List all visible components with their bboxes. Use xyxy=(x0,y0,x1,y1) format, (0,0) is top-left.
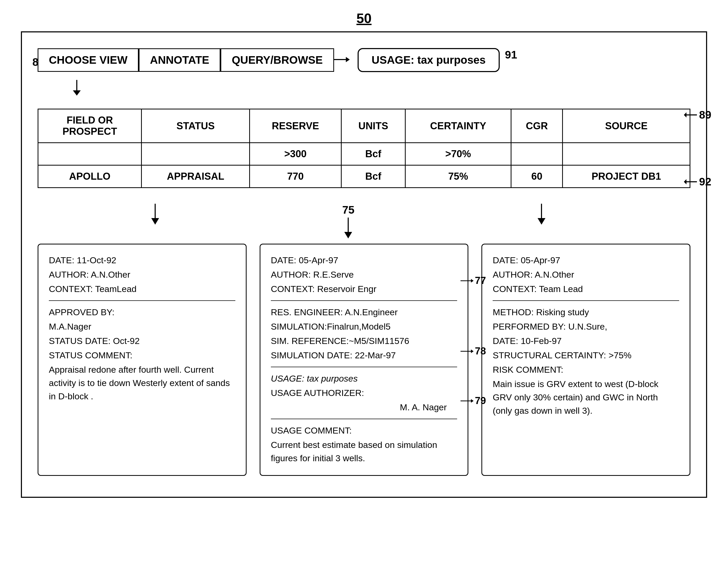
right-performed-by: PERFORMED BY: U.N.Sure, xyxy=(493,320,679,333)
left-date: DATE: 11-Oct-92 xyxy=(49,254,235,267)
svg-marker-13 xyxy=(538,218,545,225)
left-status-date: STATUS DATE: Oct-92 xyxy=(49,334,235,348)
data-table-wrapper: FIELD ORPROSPECT STATUS RESERVE UNITS CE… xyxy=(38,109,690,188)
arrow-down-left xyxy=(149,204,162,225)
data-table: FIELD ORPROSPECT STATUS RESERVE UNITS CE… xyxy=(38,109,690,188)
label-78: 78 xyxy=(475,344,486,359)
label-89: 89 xyxy=(699,109,711,121)
left-status-comment-label: STATUS COMMENT: xyxy=(49,349,235,362)
col-header-status: STATUS xyxy=(142,109,249,143)
label-78-group: 78 xyxy=(461,344,486,359)
row1-units: Bcf xyxy=(341,143,405,165)
col-header-units: UNITS xyxy=(341,109,405,143)
label-77-group: 77 xyxy=(461,273,486,288)
right-author: AUTHOR: A.N.Other xyxy=(493,268,679,281)
row1-field xyxy=(38,143,142,165)
right-date2: DATE: 10-Feb-97 xyxy=(493,334,679,348)
usage-button[interactable]: USAGE: tax purposes xyxy=(358,48,500,72)
arrow-79 xyxy=(461,397,474,405)
col-header-source: SOURCE xyxy=(563,109,690,143)
right-method: METHOD: Risking study xyxy=(493,306,679,319)
mid-usage-comment-label: USAGE COMMENT: xyxy=(271,424,457,437)
arrow-left-89 xyxy=(684,110,697,120)
svg-marker-5 xyxy=(684,112,686,118)
svg-marker-1 xyxy=(346,57,350,62)
row1-certainty: >70% xyxy=(405,143,511,165)
row2-source: PROJECT DB1 xyxy=(563,165,690,188)
right-risk-comment-label: RISK COMMENT: xyxy=(493,363,679,376)
page-number: 50 xyxy=(0,0,728,31)
bottom-section: DATE: 11-Oct-92 AUTHOR: A.N.Other CONTEX… xyxy=(38,244,690,476)
row2-certainty: 75% xyxy=(405,165,511,188)
mid-divider3 xyxy=(271,419,457,419)
col-header-reserve: RESERVE xyxy=(249,109,341,143)
mid-res-engineer: RES. ENGINEER: A.N.Engineer xyxy=(271,306,457,319)
label-77: 77 xyxy=(475,273,486,288)
label-92-group: 92 xyxy=(684,176,711,188)
right-context: CONTEXT: Team Lead xyxy=(493,282,679,296)
annotate-button[interactable]: ANNOTATE xyxy=(139,48,220,72)
svg-marker-19 xyxy=(471,399,474,403)
mid-divider2 xyxy=(271,367,457,367)
row2-status: APPRAISAL xyxy=(142,165,249,188)
mid-date: DATE: 05-Apr-97 xyxy=(271,254,457,267)
left-status-comment: Appraisal redone after fourth well. Curr… xyxy=(49,363,235,403)
mid-usage-authorizer-label: USAGE AUTHORIZER: xyxy=(271,386,457,400)
col-header-cgr: CGR xyxy=(511,109,563,143)
arrow-down-right xyxy=(535,204,548,225)
mid-divider1 xyxy=(271,300,457,301)
arrow-down-middle xyxy=(342,218,355,238)
toolbar-arrow xyxy=(334,56,350,63)
info-box-left: DATE: 11-Oct-92 AUTHOR: A.N.Other CONTEX… xyxy=(38,244,247,476)
arrow-77 xyxy=(461,277,474,285)
mid-usage: USAGE: tax purposes xyxy=(271,372,457,385)
info-box-right: DATE: 05-Apr-97 AUTHOR: A.N.Other CONTEX… xyxy=(481,244,690,476)
toolbar-down-arrow xyxy=(69,80,690,96)
svg-marker-3 xyxy=(73,90,81,96)
row1-cgr xyxy=(511,143,563,165)
label-92: 92 xyxy=(699,176,711,188)
main-container: 88 CHOOSE VIEW ANNOTATE QUERY/BROWSE USA… xyxy=(21,31,707,498)
mid-simulation: SIMULATION:Finalrun,Model5 xyxy=(271,320,457,333)
row2-reserve: 770 xyxy=(249,165,341,188)
label-79: 79 xyxy=(475,393,486,408)
choose-view-button[interactable]: CHOOSE VIEW xyxy=(38,48,139,72)
left-context: CONTEXT: TeamLead xyxy=(49,282,235,296)
info-box-middle: DATE: 05-Apr-97 AUTHOR: R.E.Serve CONTEX… xyxy=(260,244,469,476)
svg-marker-11 xyxy=(344,232,352,238)
mid-context: CONTEXT: Reservoir Engr xyxy=(271,282,457,296)
table-row-2: APOLLO APPRAISAL 770 Bcf 75% 60 PROJECT … xyxy=(38,165,690,188)
mid-sim-reference: SIM. REFERENCE:~M5/SIM11576 xyxy=(271,334,457,348)
label-91: 91 xyxy=(505,49,517,61)
col-header-certainty: CERTAINTY xyxy=(405,109,511,143)
arrow-78 xyxy=(461,347,474,355)
left-approved-by-label: APPROVED BY: xyxy=(49,306,235,319)
label-79-group: 79 xyxy=(461,393,486,408)
mid-usage-authorizer-name: M. A. Nager xyxy=(271,401,457,414)
svg-marker-15 xyxy=(471,279,474,283)
row1-status xyxy=(142,143,249,165)
row2-cgr: 60 xyxy=(511,165,563,188)
table-row-1: >300 Bcf >70% xyxy=(38,143,690,165)
svg-marker-17 xyxy=(471,349,474,353)
left-divider xyxy=(49,300,235,301)
left-approved-by-name: M.A.Nager xyxy=(49,320,235,333)
label-89-group: 89 xyxy=(684,109,711,121)
right-divider xyxy=(493,300,679,301)
row1-reserve: >300 xyxy=(249,143,341,165)
query-browse-button[interactable]: QUERY/BROWSE xyxy=(220,48,334,72)
right-structural-certainty: STRUCTURAL CERTAINTY: >75% xyxy=(493,349,679,362)
right-risk-comment: Main issue is GRV extent to west (D-bloc… xyxy=(493,377,679,417)
right-date: DATE: 05-Apr-97 xyxy=(493,254,679,267)
col-header-field: FIELD ORPROSPECT xyxy=(38,109,142,143)
row1-source xyxy=(563,143,690,165)
mid-author: AUTHOR: R.E.Serve xyxy=(271,268,457,281)
row2-units: Bcf xyxy=(341,165,405,188)
left-author: AUTHOR: A.N.Other xyxy=(49,268,235,281)
mid-usage-comment: Current best estimate based on simulatio… xyxy=(271,438,457,465)
mid-simulation-date: SIMULATION DATE: 22-Mar-97 xyxy=(271,349,457,362)
down-arrows-row: 75 xyxy=(38,204,690,238)
toolbar: CHOOSE VIEW ANNOTATE QUERY/BROWSE USAGE:… xyxy=(38,48,690,72)
svg-marker-9 xyxy=(151,218,159,225)
label-75: 75 xyxy=(342,204,354,216)
